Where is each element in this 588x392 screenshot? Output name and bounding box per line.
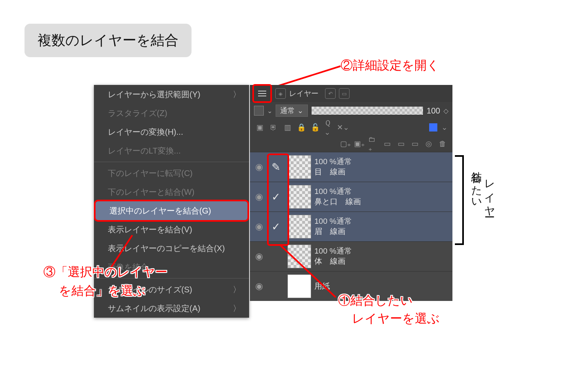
visibility-icon[interactable]: ◉ (250, 221, 268, 232)
chevron-down-icon[interactable]: ⌄ (267, 107, 272, 115)
menu-item[interactable]: レイヤーから選択範囲(Y)〉 (94, 85, 249, 104)
edit-mark-pencil-icon: ✎ (268, 155, 284, 179)
reset-icon[interactable]: Ｑ⌄ (324, 122, 334, 132)
bracket (455, 155, 464, 245)
fx-icon[interactable]: ✕⌄ (338, 122, 348, 132)
new-folder-icon[interactable]: 🗀₊ (368, 139, 378, 149)
visibility-icon[interactable]: ◉ (250, 162, 268, 172)
layer-row[interactable]: ◉ 100 %通常体 線画 (250, 241, 452, 271)
edit-mark-check-icon: ✓ (268, 185, 284, 209)
layer-thumbnail (287, 215, 311, 238)
visibility-icon[interactable]: ◉ (250, 281, 268, 292)
opacity-value: 100 (427, 106, 440, 116)
layer-row[interactable]: ◉ ✓ 100 %通常鼻と口 線画 (250, 182, 452, 212)
annotation-select-merge-1: ③「選択中のレイヤー (43, 264, 167, 281)
panel-tab-label: レイヤー (289, 89, 318, 98)
page-title: 複数のレイヤーを結合 (24, 24, 192, 57)
blend-mode-dropdown[interactable]: 通常⌄ (276, 105, 308, 117)
spinner-icon[interactable]: ◇ (443, 107, 448, 115)
menu-item[interactable]: 表示レイヤーを結合(V) (94, 220, 249, 239)
layer-panel: ◈ レイヤー ↶ ▭ ⌄ 通常⌄ 100 ◇ ▣ ⛨ ▥ 🔒 🔓 Ｑ⌄ ✕⌄ ⌄… (250, 85, 452, 301)
frame-icon-2[interactable]: ▭ (396, 139, 406, 149)
panel-tool-row-2: ▢₊ ▣₊ 🗀₊ ▭ ▭ ▭ ◎ 🗑 (250, 136, 452, 152)
side-label-1: 結合したい (470, 163, 484, 204)
lock-alpha-icon[interactable]: 🔓 (310, 122, 320, 132)
menu-item-merge-selected[interactable]: 選択中のレイヤーを結合(G) (96, 201, 247, 220)
new-layer2-icon[interactable]: ▣₊ (354, 139, 364, 149)
visibility-icon[interactable]: ◉ (250, 251, 268, 262)
chevron-right-icon: 〉 (233, 303, 241, 314)
panel-blend-row: ⌄ 通常⌄ 100 ◇ (250, 102, 452, 119)
panel-tool-row-1: ▣ ⛨ ▥ 🔒 🔓 Ｑ⌄ ✕⌄ ⌄ (250, 119, 452, 136)
menu-item: 下のレイヤーに転写(C) (94, 164, 249, 183)
annotation-pick-layers-1: ①結合したい (338, 292, 413, 309)
chevron-right-icon: 〉 (233, 284, 241, 295)
chevron-down-icon[interactable]: ⌄ (441, 123, 448, 132)
layer-thumbnail (287, 245, 311, 268)
layer-thumbnail (287, 155, 311, 179)
annotation-pick-layers-2: レイヤーを選ぶ (352, 310, 440, 327)
panel-menu-icon[interactable] (252, 84, 272, 103)
color-chip[interactable] (429, 123, 437, 131)
menu-item: ラスタライズ(Z) (94, 104, 249, 122)
new-layer-icon[interactable]: ▢₊ (341, 139, 350, 149)
edit-mark-empty (268, 245, 284, 268)
clip-mask-icon[interactable]: ▣ (255, 122, 265, 132)
side-label-2: レイヤー (483, 172, 497, 212)
edit-mark-empty (268, 274, 284, 298)
stack-icon: ◈ (275, 88, 286, 99)
opacity-slider[interactable] (311, 106, 423, 115)
clip-icon[interactable]: ▭ (339, 88, 350, 99)
annotation-select-merge-2: を結合」を選ぶ (59, 283, 146, 299)
color-swatch[interactable] (254, 106, 264, 116)
menu-item[interactable]: レイヤーの変換(H)... (94, 122, 249, 141)
menu-item[interactable]: 表示レイヤーのコピーを結合(X) (94, 239, 249, 258)
layers-list: ◉ ✎ 100 %通常目 線画 ◉ ✓ 100 %通常鼻と口 線画 ◉ ✓ 10… (250, 152, 452, 301)
undo-icon[interactable]: ↶ (325, 88, 336, 99)
panel-titlebar: ◈ レイヤー ↶ ▭ (250, 85, 452, 102)
chevron-right-icon: 〉 (233, 89, 241, 100)
visibility-icon[interactable]: ◉ (250, 192, 268, 202)
frame-icon-4[interactable]: ◎ (424, 139, 434, 149)
trash-icon[interactable]: 🗑 (438, 139, 448, 149)
ref-icon[interactable]: ⛨ (269, 122, 278, 132)
layer-thumbnail (287, 274, 311, 298)
layer-row[interactable]: ◉ ✎ 100 %通常目 線画 (250, 152, 452, 182)
menu-item: 下のレイヤーと結合(W) (94, 183, 249, 201)
layer-thumbnail (287, 185, 311, 209)
layer-row[interactable]: ◉ ✓ 100 %通常眉 線画 (250, 212, 452, 241)
menu-item[interactable]: サムネイルの表示設定(A)〉 (94, 299, 249, 318)
lock-icon[interactable]: 🔒 (296, 122, 306, 132)
annotation-open-settings: ②詳細設定を開く (341, 57, 439, 74)
menu-separator (94, 162, 249, 162)
square-icon[interactable]: ▥ (283, 122, 292, 132)
frame-icon-1[interactable]: ▭ (382, 139, 392, 149)
menu-item: レイヤーのLT変換... (94, 141, 249, 160)
edit-mark-check-icon: ✓ (268, 215, 284, 238)
frame-icon-3[interactable]: ▭ (410, 139, 420, 149)
